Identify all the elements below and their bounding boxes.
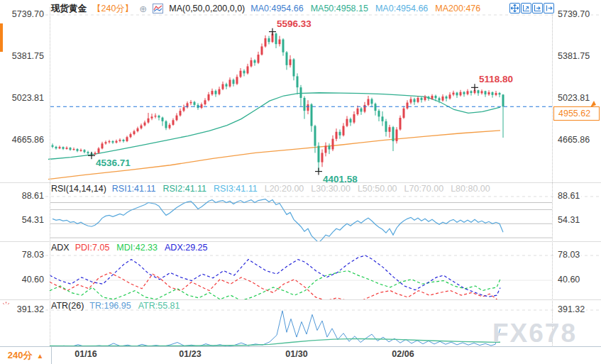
legend-value: RSI3:41.11 bbox=[214, 184, 258, 194]
period-label: 240分 bbox=[8, 349, 33, 362]
crosshair-icon[interactable] bbox=[509, 3, 520, 13]
period-up-arrow-icon: ▲ bbox=[36, 352, 43, 360]
axis-label: 78.03 bbox=[0, 250, 45, 260]
adx-title: ADX bbox=[51, 243, 70, 253]
zoom-vertical-icon[interactable] bbox=[521, 3, 531, 13]
axis-label: 54.31 bbox=[0, 216, 45, 225]
date-tick: 01/30 bbox=[285, 349, 307, 359]
date-tick: 01/23 bbox=[179, 349, 201, 359]
axis-label: 5739.70 bbox=[556, 10, 591, 19]
add-indicator-icon[interactable]: ⊕ bbox=[139, 4, 147, 14]
panel-separator bbox=[0, 182, 601, 183]
period-selector[interactable]: 【240分】 bbox=[92, 3, 133, 15]
axis-label: 78.03 bbox=[556, 250, 581, 260]
atr-values-legend: TR:196.95ATR:55.81 bbox=[89, 301, 180, 311]
panel-separator bbox=[0, 241, 601, 242]
legend-value: ADX:29.25 bbox=[165, 243, 207, 253]
legend-value: TR:196.95 bbox=[89, 301, 131, 311]
legend-value: RSI2:41.11 bbox=[162, 184, 206, 194]
plot-left-border bbox=[50, 7, 50, 347]
legend-value: MDI:42.33 bbox=[116, 243, 158, 253]
legend-value: L70:70.00 bbox=[404, 184, 444, 194]
axis-label: 4665.86 bbox=[0, 136, 45, 145]
legend-value: MA0:4954.66 bbox=[375, 4, 428, 13]
legend-value: PDI:7.05 bbox=[75, 243, 110, 253]
svg-text:5596.33: 5596.33 bbox=[277, 18, 311, 29]
axis-label: 5381.75 bbox=[0, 52, 45, 61]
legend-value: L20:20.00 bbox=[265, 184, 304, 194]
axis-label: 40.60 bbox=[0, 275, 45, 285]
main-candlestick-chart[interactable]: 4536.715596.334401.585118.80 bbox=[0, 7, 601, 182]
svg-text:5118.80: 5118.80 bbox=[479, 74, 513, 84]
indicator-chart-icon[interactable] bbox=[153, 4, 163, 13]
panel-separator bbox=[0, 299, 601, 300]
legend-value: MA0:4954.66 bbox=[250, 4, 303, 13]
legend-value: MA200:476 bbox=[435, 4, 480, 13]
date-tick: 01/16 bbox=[75, 349, 97, 359]
date-tick: 02/06 bbox=[392, 349, 414, 359]
watermark: FX678 bbox=[492, 319, 577, 348]
legend-value: ATR:55.81 bbox=[138, 301, 180, 311]
atr-title: ATR(26) bbox=[51, 301, 84, 311]
axis-label: 88.61 bbox=[0, 192, 45, 201]
ma-formula: MA(0,50,0,200,0,0) bbox=[169, 4, 245, 13]
axis-label: 40.60 bbox=[556, 275, 581, 285]
axis-label: 391.32 bbox=[556, 305, 586, 314]
svg-text:4401.58: 4401.58 bbox=[323, 174, 358, 182]
period-toggle[interactable]: 240分 ▲ bbox=[0, 347, 52, 364]
zoom-horizontal-icon[interactable] bbox=[532, 3, 543, 13]
rsi-title: RSI(14,14,14) bbox=[51, 184, 106, 194]
svg-text:4536.71: 4536.71 bbox=[96, 158, 131, 168]
plot-right-border bbox=[552, 7, 553, 347]
axis-label: 54.31 bbox=[556, 216, 581, 225]
legend-value: MA50:4958.15 bbox=[311, 4, 368, 13]
axis-label: 5739.70 bbox=[0, 10, 45, 19]
price-arrow-icon bbox=[590, 98, 597, 111]
legend-value: RSI1:41.11 bbox=[112, 184, 156, 194]
axis-label: 5023.81 bbox=[556, 94, 591, 103]
pan-right-icon[interactable] bbox=[544, 3, 554, 13]
rsi-values-legend: RSI1:41.11RSI2:41.11RSI3:41.11L20:20.00L… bbox=[112, 184, 490, 194]
ma-values-legend: MA0:4954.66MA50:4958.15MA0:4954.66MA200:… bbox=[250, 4, 480, 13]
axis-label: 5023.81 bbox=[0, 94, 45, 103]
axis-label: 4665.86 bbox=[556, 136, 591, 145]
legend-value: L50:50.00 bbox=[358, 184, 397, 194]
legend-value: L80:80.00 bbox=[451, 184, 490, 194]
symbol-name: 现货黄金 bbox=[51, 3, 87, 15]
axis-label: 88.61 bbox=[556, 192, 581, 201]
adx-values-legend: PDI:7.05MDI:42.33ADX:29.25 bbox=[75, 243, 208, 253]
axis-label: 391.32 bbox=[0, 305, 45, 314]
legend-value: L30:30.00 bbox=[311, 184, 351, 194]
axis-label: 5381.75 bbox=[556, 52, 591, 61]
chart-application: 4536.715596.334401.585118.80 现货黄金 【240分】… bbox=[0, 0, 601, 364]
